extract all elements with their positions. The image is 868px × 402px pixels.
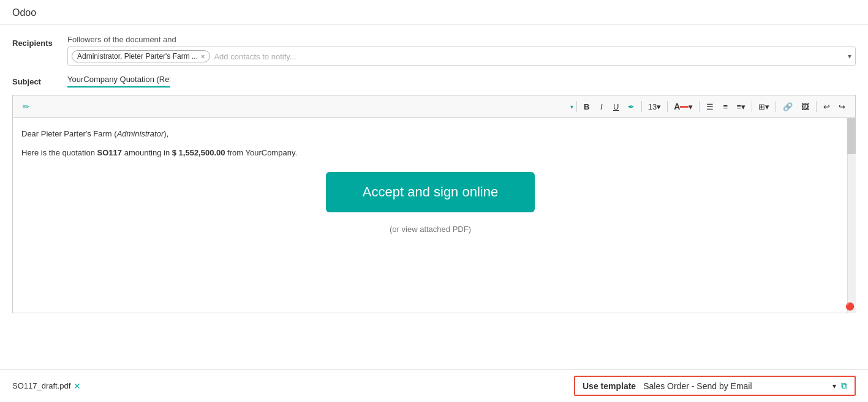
scrollbar-track: 🔴	[847, 117, 856, 313]
template-area: Use template Sales Order - Send by Email…	[574, 376, 856, 396]
image-button[interactable]: 🖼	[798, 99, 813, 114]
recipients-description: Followers of the document and	[67, 35, 856, 44]
bullet-list-button[interactable]: ☰	[703, 99, 717, 114]
subject-row: Subject	[12, 72, 856, 87]
italic-button[interactable]: I	[595, 99, 608, 114]
redo-button[interactable]: ↪	[835, 99, 849, 114]
template-label: Use template	[583, 381, 636, 391]
bold-button[interactable]: B	[580, 99, 594, 114]
recipients-input[interactable]: Administrator, Pieter Parter's Farm ... …	[67, 47, 856, 66]
align-dropdown[interactable]: ≡ ▾	[733, 101, 749, 113]
subject-input[interactable]	[67, 72, 170, 87]
recipients-row: Recipients Followers of the document and…	[12, 35, 856, 66]
subject-label: Subject	[12, 73, 67, 86]
font-size-dropdown[interactable]: 13 ▾	[645, 101, 664, 113]
template-external-link-icon[interactable]: ⧉	[841, 381, 847, 391]
align-icon: ≡	[736, 102, 741, 111]
link-button[interactable]: 🔗	[779, 99, 796, 114]
editor-line-1: Dear Pieter Parter's Farm (Administrator…	[21, 128, 827, 141]
format-dropdown-arrow[interactable]: ▾	[570, 103, 573, 110]
strikethrough-button[interactable]: ✒	[624, 99, 638, 114]
separator-1	[576, 101, 577, 112]
attachment-close-button[interactable]: ✕	[74, 381, 81, 391]
font-color-dropdown[interactable]: A ▾	[671, 100, 696, 113]
font-size-arrow: ▾	[657, 102, 661, 111]
separator-6	[776, 101, 776, 112]
separator-3	[667, 101, 668, 112]
subject-value	[67, 72, 856, 87]
align-arrow: ▾	[741, 102, 745, 111]
table-dropdown[interactable]: ⊞ ▾	[755, 101, 772, 113]
editor-line-2: Here is the quotation SO117 amounting in…	[21, 147, 827, 160]
recipient-tag[interactable]: Administrator, Pieter Parter's Farm ... …	[72, 50, 210, 62]
recipient-tag-text: Administrator, Pieter Parter's Farm ...	[77, 52, 198, 61]
attachment-name: SO117_draft.pdf	[12, 381, 70, 390]
template-dropdown-arrow[interactable]: ▾	[832, 382, 836, 390]
bottom-bar: SO117_draft.pdf ✕ Use template Sales Ord…	[0, 369, 868, 402]
editor-toolbar: ✏ ▾ B I U ✒ 13 ▾ A ▾ ☰ ≡ ≡ ▾ ⊞ ▾	[12, 95, 856, 117]
table-arrow: ▾	[765, 102, 769, 111]
template-select-row[interactable]: Sales Order - Send by Email ▾ ⧉	[643, 381, 847, 391]
recipients-placeholder: Add contacts to notify...	[214, 52, 848, 61]
accept-sign-button[interactable]: Accept and sign online	[326, 172, 535, 212]
undo-button[interactable]: ↩	[820, 99, 834, 114]
template-value: Sales Order - Send by Email	[643, 381, 832, 391]
or-view-pdf-text: (or view attached PDF)	[21, 225, 839, 234]
color-indicator	[680, 106, 689, 108]
font-color-arrow: ▾	[689, 102, 693, 111]
editor-section: ✏ ▾ B I U ✒ 13 ▾ A ▾ ☰ ≡ ≡ ▾ ⊞ ▾	[0, 95, 868, 313]
separator-5	[752, 101, 752, 112]
form-area: Recipients Followers of the document and…	[0, 25, 868, 87]
underline-button[interactable]: U	[609, 99, 623, 114]
recipients-value: Followers of the document and Administra…	[67, 35, 856, 66]
editor-content[interactable]: Dear Pieter Parter's Farm (Administrator…	[12, 117, 856, 313]
page-header: Odoo	[0, 0, 868, 25]
format-button[interactable]: ✏	[19, 99, 33, 114]
font-size-value: 13	[648, 102, 657, 111]
scroll-icon: 🔴	[845, 302, 855, 311]
recipients-label: Recipients	[12, 35, 67, 48]
font-color-icon: A	[674, 102, 680, 111]
separator-7	[816, 101, 817, 112]
scrollbar-thumb[interactable]	[847, 117, 856, 154]
recipients-dropdown-arrow[interactable]: ▾	[848, 52, 851, 61]
app-title: Odoo	[12, 7, 36, 18]
table-icon: ⊞	[758, 102, 765, 111]
ordered-list-button[interactable]: ≡	[719, 99, 732, 114]
attachment-item: SO117_draft.pdf ✕	[12, 381, 81, 391]
editor-text: Dear Pieter Parter's Farm (Administrator…	[21, 128, 839, 160]
recipient-tag-close[interactable]: ×	[201, 53, 205, 60]
editor-wrapper: Dear Pieter Parter's Farm (Administrator…	[12, 117, 856, 313]
separator-2	[641, 101, 642, 112]
separator-4	[699, 101, 700, 112]
